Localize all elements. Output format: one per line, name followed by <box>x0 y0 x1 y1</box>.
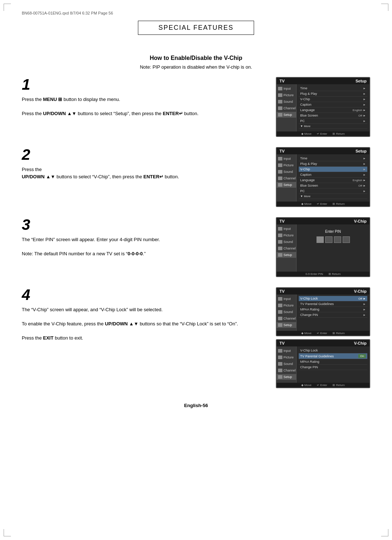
sidebar-picture-3: Picture <box>277 232 296 238</box>
sidebar-input-1: Input <box>277 86 296 92</box>
tv-sidebar-2: Input Picture Sound Channel Setup <box>277 154 297 202</box>
tv-label-3: TV <box>279 219 285 223</box>
sidebar-picture-2: Picture <box>277 162 296 168</box>
menu-caption-1: Caption► <box>299 102 367 107</box>
tv-body-3: Input Picture Sound Channel Setup Enter … <box>277 224 369 272</box>
menu-vchip-2-highlighted: V-Chip► <box>299 167 367 172</box>
sidebar-setup-4a: Setup <box>277 322 296 328</box>
sidebar-sound-3: Sound <box>277 239 296 245</box>
sidebar-sound-4b: Sound <box>277 361 296 367</box>
menu-changepin-4a: Change PIN► <box>299 312 367 318</box>
tv-menu-label-2: Setup <box>355 149 367 153</box>
menu-pc-2: PC► <box>299 188 367 194</box>
tv-body-4b: Input Picture Sound Channel Setup V-Chip… <box>277 346 369 383</box>
tv-header-4b: TV V-Chip <box>277 340 369 346</box>
step-2-screen: TV Setup Input Picture Sound Channel Set… <box>276 147 370 207</box>
step-3: 3 The “Enter PIN” screen will appear. En… <box>22 217 370 277</box>
tv-menu-label-4b: V-Chip <box>354 341 367 345</box>
menu-tvparental-4a: TV Parental Guidelines► <box>299 301 367 307</box>
tv-body-2: Input Picture Sound Channel Setup Time► … <box>277 154 369 202</box>
corner-bl <box>4 529 11 536</box>
step-4-number: 4 <box>22 287 269 303</box>
tv-sidebar-1: Input Picture Sound Channel Setup <box>277 84 297 131</box>
step-1-number: 1 <box>22 77 269 92</box>
section-title: How to Enable/Disable the V-Chip <box>22 55 370 61</box>
step-4b-screen: TV V-Chip Input Picture Sound Channel Se… <box>276 339 370 388</box>
page-footer: English-56 <box>22 403 370 408</box>
menu-more-2: ▼ More <box>299 194 367 199</box>
step-2-number: 2 <box>22 147 269 162</box>
menu-time-2: Time► <box>299 156 367 161</box>
step-3-screen: TV V-Chip Input Picture Sound Channel Se… <box>276 217 370 277</box>
sidebar-channel-4b: Channel <box>277 368 296 373</box>
sidebar-channel-1: Channel <box>277 105 296 111</box>
step-1-text: Press the MENU ⊞ button to display the m… <box>22 96 269 117</box>
step-2: 2 Press the UP/DOWN ▲▼ buttons to select… <box>22 147 370 207</box>
sidebar-input-3: Input <box>277 226 296 232</box>
sidebar-sound-4a: Sound <box>277 309 296 315</box>
menu-language-2: LanguageEnglish ► <box>299 178 367 183</box>
menu-time-1: Time► <box>299 86 367 91</box>
pin-box-3 <box>334 236 341 243</box>
step-4: 4 The “V-Chip” screen will appear, and “… <box>22 287 370 388</box>
sidebar-sound-1: Sound <box>277 99 296 105</box>
sidebar-input-4b: Input <box>277 348 296 354</box>
step-2-left: 2 Press the UP/DOWN ▲▼ buttons to select… <box>22 147 269 180</box>
pin-boxes <box>317 236 350 243</box>
tv-header-4a: TV V-Chip <box>277 288 369 295</box>
tv-content-2: Time► Plug & Play► V-Chip► Caption► Lang… <box>297 154 369 202</box>
page-header-box: Special Features <box>138 21 254 35</box>
step-1-screen: TV Setup Input Picture Sound Channel Set… <box>276 77 370 137</box>
menu-vchiplock-4a: V-Chip LockOff ► <box>299 296 367 301</box>
tv-sidebar-4a: Input Picture Sound Channel Setup <box>277 295 297 331</box>
menu-plugplay-1: Plug & Play► <box>299 91 367 97</box>
menu-mpaa-4b: MPAA Rating <box>299 359 367 365</box>
tv-header-2: TV Setup <box>277 148 369 154</box>
step-1: 1 Press the MENU ⊞ button to display the… <box>22 77 370 137</box>
step-4-left: 4 The “V-Chip” screen will appear, and “… <box>22 287 269 342</box>
tv-label-2: TV <box>279 149 285 153</box>
sidebar-channel-2: Channel <box>277 175 296 181</box>
step-3-number: 3 <box>22 217 269 232</box>
menu-caption-2: Caption► <box>299 172 367 178</box>
tv-label-1: TV <box>279 79 285 83</box>
menu-plugplay-2: Plug & Play► <box>299 161 367 167</box>
tv-sidebar-4b: Input Picture Sound Channel Setup <box>277 346 297 383</box>
menu-changepin-4b: Change PIN <box>299 365 367 370</box>
step-4a-screen: TV V-Chip Input Picture Sound Channel Se… <box>276 287 370 336</box>
pin-box-2 <box>325 236 332 243</box>
sidebar-setup-4b: Setup <box>277 374 296 380</box>
menu-language-1: LanguageEnglish ► <box>299 107 367 113</box>
tv-label-4b: TV <box>279 341 285 345</box>
corner-br <box>381 529 388 536</box>
tv-menu-label-1: Setup <box>355 79 367 83</box>
sidebar-setup-2: Setup <box>277 182 296 188</box>
sidebar-input-4a: Input <box>277 296 296 302</box>
sidebar-setup-3: Setup <box>277 252 296 258</box>
tv-menu-label-3: V-Chip <box>354 219 367 223</box>
menu-bluescreen-2: Blue ScreenOff ► <box>299 183 367 188</box>
tv-body-1: Input Picture Sound Channel Setup Time► … <box>277 84 369 131</box>
sidebar-sound-2: Sound <box>277 169 296 175</box>
menu-tvparental-4b: TV Parental GuidelinesOn <box>299 353 367 359</box>
menu-pc-1: PC► <box>299 118 367 124</box>
page-title: Special Features <box>158 24 233 32</box>
sidebar-picture-4a: Picture <box>277 303 296 308</box>
tv-label-4a: TV <box>279 289 285 293</box>
section-note: Note: PIP operation is disabled when the… <box>22 64 370 70</box>
menu-bluescreen-1: Blue ScreenOff ► <box>299 113 367 118</box>
tv-body-4a: Input Picture Sound Channel Setup V-Chip… <box>277 295 369 331</box>
sidebar-input-2: Input <box>277 156 296 162</box>
pin-box-1 <box>317 236 324 243</box>
file-info: BN68-00751A-01ENG.qxd 8/7/04 6:32 PM Pag… <box>22 11 370 15</box>
step-3-text: The “Enter PIN” screen will appear. Ente… <box>22 236 269 257</box>
tv-content-1: Time► Plug & Play► V-Chip► Caption► Lang… <box>297 84 369 131</box>
sidebar-picture-1: Picture <box>277 92 296 98</box>
menu-mpaa-4a: MPAA Rating► <box>299 307 367 312</box>
tv-footer-3: 0-9 Enter PIN ⊞ Return <box>277 272 369 276</box>
tv-content-4a: V-Chip LockOff ► TV Parental Guidelines►… <box>297 295 369 331</box>
tv-footer-2: ◆ Move ↵ Enter ⊞ Return <box>277 202 369 206</box>
tv-content-3: Enter PIN <box>297 224 369 272</box>
sidebar-setup-1: Setup <box>277 112 296 118</box>
enter-pin-area: Enter PIN <box>299 226 367 247</box>
